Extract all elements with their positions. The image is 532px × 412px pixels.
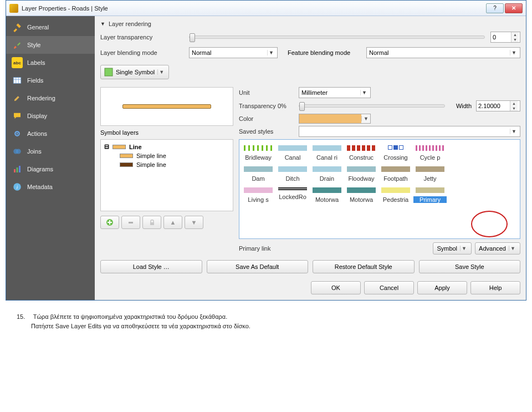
window-title: Layer Properties - Roads | Style [22,5,486,12]
sidebar-label: Diagrams [27,166,53,172]
symbol-type-combo[interactable]: Single Symbol ▼ [100,65,169,79]
svg-rect-13 [105,68,112,76]
svg-rect-16 [150,222,154,225]
sidebar-item-actions[interactable]: Actions [6,125,95,143]
tree-child[interactable]: Simple line [104,151,229,160]
style-item[interactable]: Construc [345,143,378,161]
svg-rect-8 [14,169,16,172]
collapse-icon: ▼ [100,21,105,27]
svg-point-5 [17,133,18,135]
advanced-button[interactable]: Advanced▼ [475,242,520,255]
sidebar-item-labels[interactable]: abc Labels [6,54,95,72]
transparency-slider[interactable] [189,35,485,39]
line-trans-slider[interactable] [299,104,445,108]
lock-layer-button[interactable] [142,216,161,229]
titlebar: Layer Properties - Roads | Style ? ✕ [6,1,526,16]
tree-child[interactable]: Simple line [104,160,229,169]
sidebar-item-display[interactable]: Display [6,107,95,125]
sidebar-label: Metadata [27,184,53,190]
symbol-button[interactable]: Symbol▼ [433,242,472,255]
content-pane: ▼ Layer rendering Layer transparency ▲▼ … [95,16,526,300]
sidebar-item-diagrams[interactable]: Diagrams [6,160,95,178]
styles-grid[interactable]: Bridleway Canal Canal ri Construc Crossi… [239,139,520,239]
saved-label: Saved styles [239,128,294,135]
annotation-circle [471,211,508,237]
sidebar-item-metadata[interactable]: i Metadata [6,178,95,196]
feature-blend-combo[interactable]: Normal▼ [366,47,520,58]
remove-layer-button[interactable] [121,216,140,229]
sidebar-item-joins[interactable]: Joins [6,143,95,160]
sidebar-label: Labels [27,59,45,66]
symbol-layers-tree[interactable]: ⊟Line Simple line Simple line [100,139,233,211]
style-item[interactable]: Floodway [345,164,378,182]
combo-value: Millimeter [301,89,358,96]
load-style-button[interactable]: Load Style … [100,260,202,273]
chart-icon [12,164,23,175]
restore-default-button[interactable]: Restore Default Style [313,260,415,273]
style-item[interactable]: Drain [310,164,344,182]
style-item[interactable]: Bridleway [242,143,275,161]
cancel-button[interactable]: Cancel [364,281,414,294]
style-item[interactable]: Ditch [276,164,309,182]
sidebar-item-general[interactable]: General [6,18,95,36]
table-icon [12,75,23,86]
layer-rendering-header[interactable]: ▼ Layer rendering [100,19,520,28]
save-default-button[interactable]: Save As Default [207,260,309,273]
width-value[interactable] [477,101,510,111]
unit-combo[interactable]: Millimeter▼ [299,87,371,98]
ok-button[interactable]: OK [311,281,361,294]
help-button[interactable]: ? [486,3,504,13]
apply-button[interactable]: Apply [417,281,467,294]
symbol-layers-label: Symbol layers [100,129,233,136]
unit-label: Unit [239,89,294,96]
style-item[interactable]: Pedestria [379,185,412,203]
save-style-button[interactable]: Save Style [419,260,521,273]
style-item[interactable]: Motorwa [310,185,344,203]
style-item[interactable]: LockedRo [276,185,309,203]
sidebar-item-style[interactable]: Style [6,36,95,54]
color-label: Color [239,115,294,122]
paintbrush-icon [12,93,23,104]
caption-text: 15. Τώρα βλέπετε τα ψηφιοποιημένα χαρακτ… [0,301,532,336]
width-spin[interactable]: ▲▼ [476,100,520,111]
feature-blend-label: Feature blending mode [283,49,361,56]
transparency-spin[interactable]: ▲▼ [490,32,520,43]
join-icon [12,146,23,157]
dialog-window: Layer Properties - Roads | Style ? ✕ Gen… [6,0,526,301]
style-item[interactable]: Canal ri [310,143,344,161]
sidebar-item-rendering[interactable]: Rendering [6,89,95,107]
saved-styles-combo[interactable]: ▼ [299,126,520,137]
move-down-button[interactable]: ▼ [185,216,203,229]
color-picker[interactable]: ▼ [299,114,371,124]
tree-root[interactable]: ⊟Line [104,142,229,151]
sidebar-label: Joins [27,148,42,155]
bubble-icon [12,110,23,121]
style-item[interactable]: Motorwa [345,185,378,203]
transparency-value[interactable] [491,32,511,42]
combo-value: Normal [192,49,265,56]
style-item[interactable]: Dam [242,164,275,182]
add-layer-button[interactable] [100,216,119,229]
svg-rect-9 [17,167,18,172]
style-item[interactable]: Living s [242,185,275,203]
close-button[interactable]: ✕ [505,3,523,13]
style-item[interactable]: Footpath [379,164,412,182]
sidebar-item-fields[interactable]: Fields [6,72,95,89]
style-item-selected[interactable]: Primary [413,185,447,203]
help-button[interactable]: Help [470,281,520,294]
svg-rect-10 [19,166,21,172]
style-item[interactable]: Crossing [379,143,412,161]
combo-value: Single Symbol [116,69,155,75]
style-item[interactable]: Jetty [413,164,447,182]
svg-point-7 [16,149,21,154]
sidebar-label: Display [27,113,47,119]
section-label: Layer rendering [109,21,151,27]
move-up-button[interactable]: ▲ [163,216,182,229]
sidebar: General Style abc Labels Fields Renderin… [6,16,95,300]
brush-icon [12,39,23,50]
layer-blend-combo[interactable]: Normal▼ [189,47,278,58]
style-item[interactable]: Cycle p [413,143,447,161]
style-item[interactable]: Canal [276,143,309,161]
width-label: Width [449,103,472,109]
combo-value: Normal [369,49,508,56]
